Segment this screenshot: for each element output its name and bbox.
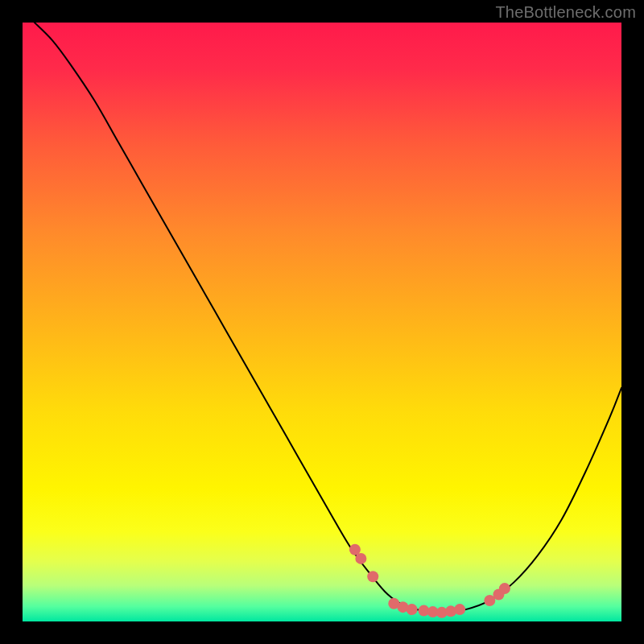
chart-frame: TheBottleneck.com [0,0,644,644]
sample-point [367,571,378,582]
sample-point [407,604,418,615]
chart-plot-area [23,23,621,621]
attribution-label: TheBottleneck.com [495,3,636,22]
sample-point [454,604,465,615]
sample-point [355,553,366,564]
sample-point [499,583,510,594]
chart-svg [23,23,621,621]
chart-background [23,23,621,621]
